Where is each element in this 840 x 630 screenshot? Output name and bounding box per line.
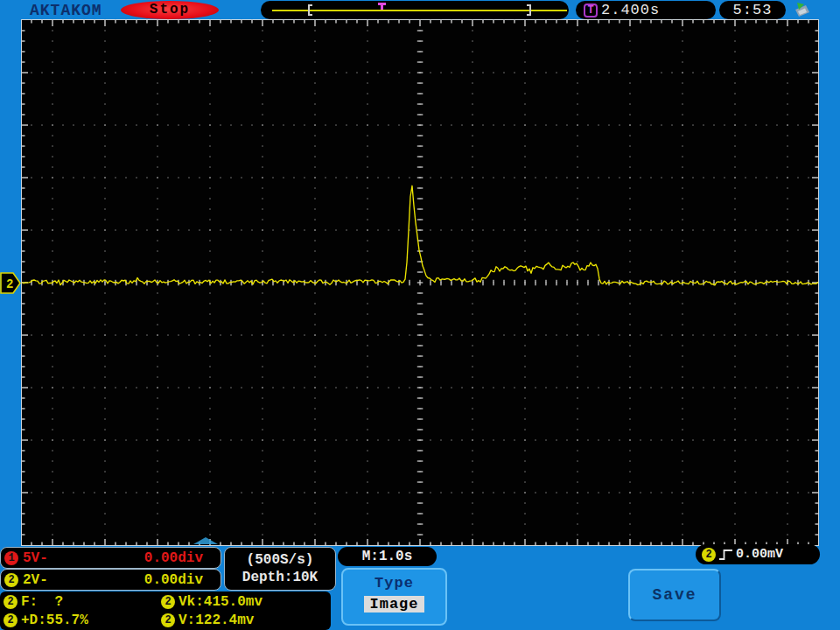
channel-2-trace [22, 186, 818, 284]
menu-title: Type [343, 575, 445, 592]
window-right-bracket [527, 4, 531, 16]
measurement-channel-badge: 2 [4, 613, 18, 627]
channel-1-position: 0.00div [144, 550, 203, 566]
graticule-and-trace [22, 20, 818, 545]
rising-edge-icon [718, 548, 733, 562]
save-button[interactable]: Save [628, 569, 721, 621]
measurement-v: 2 V:122.4mv [161, 612, 254, 628]
timebase-pill: M:1.0s [338, 547, 437, 566]
channel-2-position-marker: 2 [0, 271, 22, 295]
channel-2-badge: 2 [4, 573, 18, 587]
brand-logo: AKTAKOM [30, 2, 102, 19]
measurement-channel-badge: 2 [161, 613, 175, 627]
menu-panel[interactable]: Type Image [341, 568, 447, 626]
usb-disk-icon [791, 2, 813, 19]
channel-1-status: 1 5V- 0.00div [0, 547, 221, 569]
measurement-duty: 2 +D:55.7% [4, 612, 88, 628]
trigger-level-value: 0.00mV [736, 547, 783, 562]
trigger-channel-badge: 2 [702, 548, 716, 562]
measurement-channel-badge: 2 [161, 595, 175, 609]
menu-item-image[interactable]: Image [364, 596, 424, 612]
waveform-display [21, 19, 819, 546]
measurement-frequency: 2 F: ? [4, 594, 63, 610]
channel-2-scale: 2V- [23, 572, 48, 588]
channel-1-badge: 1 [4, 551, 18, 565]
trigger-icon: T [584, 4, 598, 18]
measurement-vk: 2 Vk:415.0mv [161, 594, 262, 610]
measurement-channel-badge: 2 [4, 595, 18, 609]
measurements-panel: 2 F: ? 2 Vk:415.0mv 2 +D:55.7% 2 V:122.4… [0, 592, 331, 630]
trigger-time-pill: T 2.400s [576, 1, 716, 19]
memory-depth: Depth:10K [225, 570, 335, 585]
sample-rate: (500S/s) [225, 552, 335, 568]
acquisition-info: (500S/s) Depth:10K [224, 547, 336, 591]
trigger-position-marker-icon [378, 3, 386, 10]
channel-2-status: 2 2V- 0.00div [0, 569, 221, 591]
horizontal-position-bar [261, 1, 569, 19]
window-left-bracket [308, 4, 312, 16]
clock: 5:53 [719, 1, 786, 19]
trigger-level-pill: 2 0.00mV [696, 544, 820, 564]
position-line [272, 10, 567, 11]
run-state-badge: Stop [121, 1, 219, 19]
trigger-time-value: 2.400s [601, 2, 660, 18]
oscilloscope-ui: { "header": { "brand": "AKTAKOM", "run_s… [0, 0, 840, 630]
channel-2-position: 0.00div [144, 572, 203, 588]
channel-2-position-label: 2 [6, 277, 13, 291]
channel-1-scale: 5V- [23, 550, 48, 566]
